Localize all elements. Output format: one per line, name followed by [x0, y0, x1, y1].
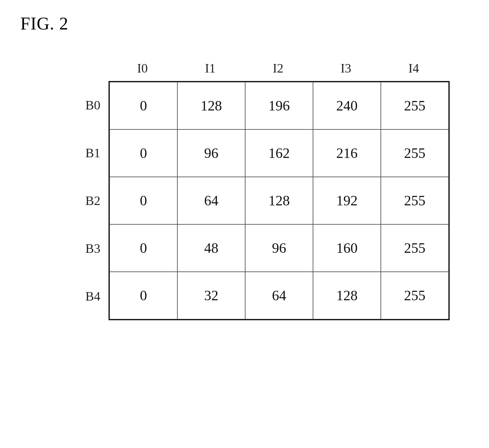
- col-header-i4: I4: [380, 61, 448, 81]
- table-row: 64: [245, 272, 313, 319]
- row-header-b3: B3: [81, 225, 109, 272]
- table-row: 0: [110, 129, 177, 177]
- table-row: 255: [381, 272, 449, 319]
- col-header-i0: I0: [109, 61, 176, 81]
- table-row: 128: [313, 272, 381, 319]
- col-header-i2: I2: [244, 61, 312, 81]
- table-body: B0 B1 B2 B3 B4 0 128 196 240 255 0 96 16…: [81, 81, 469, 320]
- col-header-i3: I3: [312, 61, 380, 81]
- table-row: 0: [110, 82, 177, 129]
- table-row: 255: [381, 177, 449, 224]
- table-row: 192: [313, 177, 381, 224]
- table-row: 0: [110, 177, 177, 224]
- table-row: 0: [110, 272, 177, 319]
- table-row: 240: [313, 82, 381, 129]
- row-header-b1: B1: [81, 129, 109, 177]
- table-row: 128: [245, 177, 313, 224]
- col-headers-row: I0 I1 I2 I3 I4: [81, 61, 469, 81]
- row-headers: B0 B1 B2 B3 B4: [81, 81, 109, 320]
- table-row: 216: [313, 129, 381, 177]
- table-row: 160: [313, 224, 381, 272]
- figure-title: FIG. 2: [20, 14, 469, 34]
- table-row: 196: [245, 82, 313, 129]
- table-row: 162: [245, 129, 313, 177]
- table-row: 64: [177, 177, 245, 224]
- row-header-b4: B4: [81, 272, 109, 320]
- table-row: 48: [177, 224, 245, 272]
- table-row: 0: [110, 224, 177, 272]
- table-row: 255: [381, 129, 449, 177]
- row-header-b0: B0: [81, 81, 109, 129]
- table-row: 96: [177, 129, 245, 177]
- table-row: 96: [245, 224, 313, 272]
- table-row: 32: [177, 272, 245, 319]
- row-header-b2: B2: [81, 177, 109, 224]
- col-header-i1: I1: [176, 61, 244, 81]
- corner-spacer: [81, 61, 109, 81]
- table-container: I0 I1 I2 I3 I4 B0 B1 B2 B3 B4 0 128 196 …: [81, 61, 469, 320]
- table-row: 128: [177, 82, 245, 129]
- table-row: 255: [381, 224, 449, 272]
- table-row: 255: [381, 82, 449, 129]
- data-grid: 0 128 196 240 255 0 96 162 216 255 0 64 …: [109, 81, 450, 320]
